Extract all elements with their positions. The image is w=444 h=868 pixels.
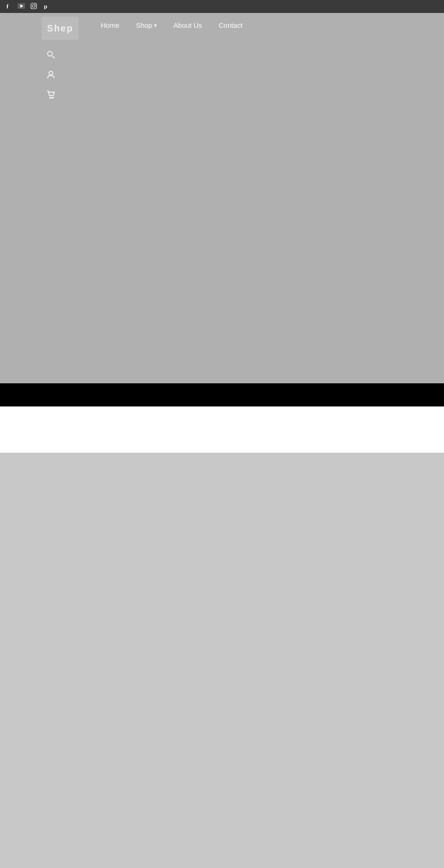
hero-section: Shep Home Shop About Us Contact (0, 13, 444, 383)
svg-point-9 (49, 71, 53, 75)
svg-rect-3 (31, 3, 37, 9)
svg-text:p: p (44, 3, 47, 9)
black-divider (0, 383, 444, 406)
cart-icon[interactable] (46, 90, 56, 101)
svg-point-7 (48, 51, 52, 56)
nav-about[interactable]: About Us (165, 18, 210, 33)
social-bar: f p (0, 0, 444, 13)
pinterest-icon[interactable]: p (43, 3, 49, 11)
nav-contact[interactable]: Contact (210, 18, 251, 33)
user-icon[interactable] (46, 70, 56, 81)
nav-home[interactable]: Home (92, 18, 128, 33)
search-icon[interactable] (46, 50, 56, 62)
svg-line-8 (52, 56, 55, 58)
nav-bar: Home Shop About Us Contact (0, 13, 444, 33)
white-spacer (0, 406, 444, 453)
utility-icons (46, 50, 56, 101)
svg-text:f: f (6, 3, 9, 9)
svg-point-11 (52, 97, 53, 98)
svg-point-4 (32, 5, 35, 7)
svg-point-10 (50, 97, 51, 98)
youtube-icon[interactable] (18, 3, 25, 10)
facebook-icon[interactable]: f (6, 3, 12, 11)
svg-point-5 (35, 4, 36, 5)
main-content-section (0, 453, 444, 868)
nav-shop[interactable]: Shop (128, 18, 165, 33)
instagram-icon[interactable] (31, 3, 37, 11)
